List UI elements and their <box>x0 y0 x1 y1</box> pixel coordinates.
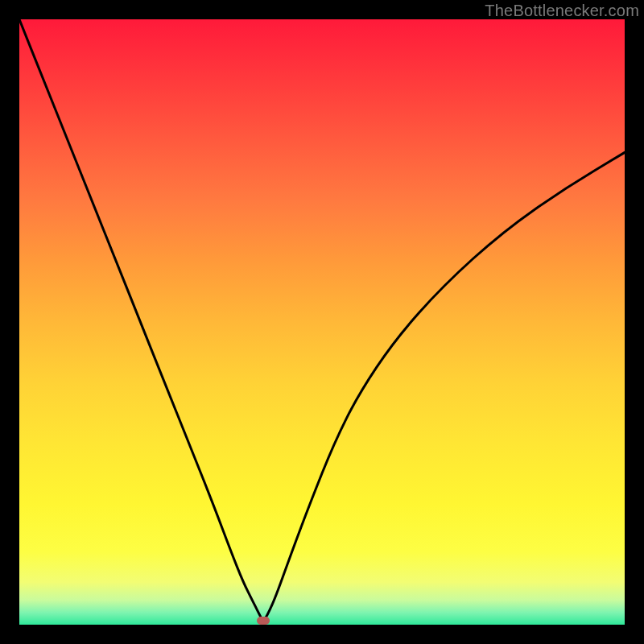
chart-frame <box>19 19 625 625</box>
watermark-text: TheBottlenecker.com <box>485 2 639 20</box>
curve-path <box>19 19 625 619</box>
bottleneck-curve <box>19 19 625 625</box>
optimal-marker <box>257 617 270 625</box>
